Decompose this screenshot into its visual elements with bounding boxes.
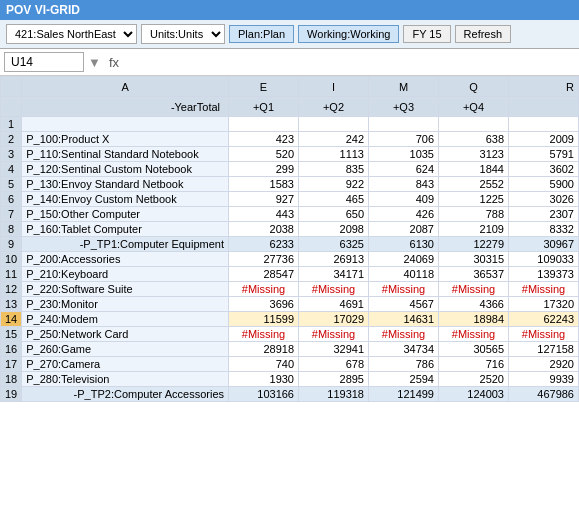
label-cell[interactable]: P_200:Accessories <box>22 252 229 267</box>
label-cell[interactable]: P_280:Television <box>22 372 229 387</box>
data-cell-e[interactable]: #Missing <box>229 282 299 297</box>
label-cell[interactable]: P_110:Sentinal Standard Notebook <box>22 147 229 162</box>
data-cell-r[interactable]: 2920 <box>509 357 579 372</box>
data-cell-m[interactable]: 4567 <box>369 297 439 312</box>
data-cell-i[interactable]: 17029 <box>299 312 369 327</box>
data-cell-r[interactable]: 30967 <box>509 237 579 252</box>
label-cell[interactable]: P_250:Network Card <box>22 327 229 342</box>
data-cell-i[interactable] <box>299 117 369 132</box>
label-cell[interactable]: P_210:Keyboard <box>22 267 229 282</box>
data-cell-r[interactable]: #Missing <box>509 327 579 342</box>
data-cell-q[interactable]: 30565 <box>439 342 509 357</box>
refresh-button[interactable]: Refresh <box>455 25 512 43</box>
data-cell-q[interactable]: #Missing <box>439 282 509 297</box>
data-cell-r[interactable]: 8332 <box>509 222 579 237</box>
data-cell-q[interactable]: 788 <box>439 207 509 222</box>
data-cell-e[interactable] <box>229 117 299 132</box>
label-cell[interactable]: -P_TP2:Computer Accessories <box>22 387 229 402</box>
data-cell-q[interactable]: 12279 <box>439 237 509 252</box>
data-cell-e[interactable]: 2038 <box>229 222 299 237</box>
data-cell-q[interactable]: 2520 <box>439 372 509 387</box>
working-button[interactable]: Working:Working <box>298 25 399 43</box>
data-cell-r[interactable]: 2009 <box>509 132 579 147</box>
data-cell-m[interactable]: 786 <box>369 357 439 372</box>
data-cell-r[interactable]: 467986 <box>509 387 579 402</box>
data-cell-m[interactable]: 34734 <box>369 342 439 357</box>
data-cell-r[interactable]: #Missing <box>509 282 579 297</box>
data-cell-q[interactable]: 2552 <box>439 177 509 192</box>
data-cell-q[interactable]: 1225 <box>439 192 509 207</box>
data-cell-e[interactable]: 103166 <box>229 387 299 402</box>
data-cell-i[interactable]: 242 <box>299 132 369 147</box>
data-cell-i[interactable]: 119318 <box>299 387 369 402</box>
data-cell-i[interactable]: 650 <box>299 207 369 222</box>
data-cell-m[interactable]: 2087 <box>369 222 439 237</box>
data-cell-e[interactable]: 6233 <box>229 237 299 252</box>
data-cell-e[interactable]: 520 <box>229 147 299 162</box>
data-cell-e[interactable]: 27736 <box>229 252 299 267</box>
data-cell-i[interactable]: 34171 <box>299 267 369 282</box>
data-cell-m[interactable]: 2594 <box>369 372 439 387</box>
data-cell-m[interactable]: 409 <box>369 192 439 207</box>
data-cell-m[interactable]: 1035 <box>369 147 439 162</box>
label-cell[interactable]: P_140:Envoy Custom Netbook <box>22 192 229 207</box>
data-cell-e[interactable]: 927 <box>229 192 299 207</box>
data-cell-m[interactable]: #Missing <box>369 282 439 297</box>
data-cell-i[interactable]: 6325 <box>299 237 369 252</box>
data-cell-i[interactable]: 1113 <box>299 147 369 162</box>
data-cell-i[interactable]: 4691 <box>299 297 369 312</box>
data-cell-q[interactable]: 1844 <box>439 162 509 177</box>
label-cell[interactable]: P_160:Tablet Computer <box>22 222 229 237</box>
data-cell-r[interactable]: 127158 <box>509 342 579 357</box>
data-cell-i[interactable]: 26913 <box>299 252 369 267</box>
data-cell-r[interactable]: 5900 <box>509 177 579 192</box>
data-cell-q[interactable]: 3123 <box>439 147 509 162</box>
data-cell-q[interactable] <box>439 117 509 132</box>
data-cell-r[interactable]: 139373 <box>509 267 579 282</box>
data-cell-i[interactable]: 835 <box>299 162 369 177</box>
data-cell-m[interactable]: 24069 <box>369 252 439 267</box>
data-cell-m[interactable]: 6130 <box>369 237 439 252</box>
data-cell-r[interactable]: 17320 <box>509 297 579 312</box>
data-cell-m[interactable]: 40118 <box>369 267 439 282</box>
label-cell[interactable]: P_270:Camera <box>22 357 229 372</box>
data-cell-e[interactable]: 3696 <box>229 297 299 312</box>
label-cell[interactable]: P_240:Modem <box>22 312 229 327</box>
data-cell-m[interactable] <box>369 117 439 132</box>
data-cell-m[interactable]: 121499 <box>369 387 439 402</box>
data-cell-r[interactable] <box>509 117 579 132</box>
data-cell-e[interactable]: 1930 <box>229 372 299 387</box>
pov-select[interactable]: 421:Sales NorthEast <box>6 24 137 44</box>
data-cell-r[interactable]: 3026 <box>509 192 579 207</box>
data-cell-e[interactable]: #Missing <box>229 327 299 342</box>
data-cell-q[interactable]: 36537 <box>439 267 509 282</box>
data-cell-m[interactable]: 624 <box>369 162 439 177</box>
data-cell-r[interactable]: 109033 <box>509 252 579 267</box>
data-cell-i[interactable]: 2895 <box>299 372 369 387</box>
label-cell[interactable]: P_130:Envoy Standard Netbook <box>22 177 229 192</box>
data-cell-i[interactable]: 922 <box>299 177 369 192</box>
label-cell[interactable]: P_230:Monitor <box>22 297 229 312</box>
data-cell-e[interactable]: 443 <box>229 207 299 222</box>
label-cell[interactable] <box>22 117 229 132</box>
data-cell-e[interactable]: 11599 <box>229 312 299 327</box>
data-cell-r[interactable]: 62243 <box>509 312 579 327</box>
data-cell-e[interactable]: 423 <box>229 132 299 147</box>
data-cell-r[interactable]: 9939 <box>509 372 579 387</box>
data-cell-e[interactable]: 299 <box>229 162 299 177</box>
data-cell-r[interactable]: 5791 <box>509 147 579 162</box>
data-cell-e[interactable]: 28918 <box>229 342 299 357</box>
data-cell-q[interactable]: 2109 <box>439 222 509 237</box>
label-cell[interactable]: P_220:Software Suite <box>22 282 229 297</box>
data-cell-e[interactable]: 740 <box>229 357 299 372</box>
data-cell-q[interactable]: 716 <box>439 357 509 372</box>
data-cell-m[interactable]: 706 <box>369 132 439 147</box>
units-select[interactable]: Units:Units <box>141 24 225 44</box>
label-cell[interactable]: -P_TP1:Computer Equipment <box>22 237 229 252</box>
data-cell-q[interactable]: 4366 <box>439 297 509 312</box>
data-cell-i[interactable]: 32941 <box>299 342 369 357</box>
label-cell[interactable]: P_150:Other Computer <box>22 207 229 222</box>
data-cell-r[interactable]: 2307 <box>509 207 579 222</box>
data-cell-m[interactable]: 843 <box>369 177 439 192</box>
fy-button[interactable]: FY 15 <box>403 25 450 43</box>
